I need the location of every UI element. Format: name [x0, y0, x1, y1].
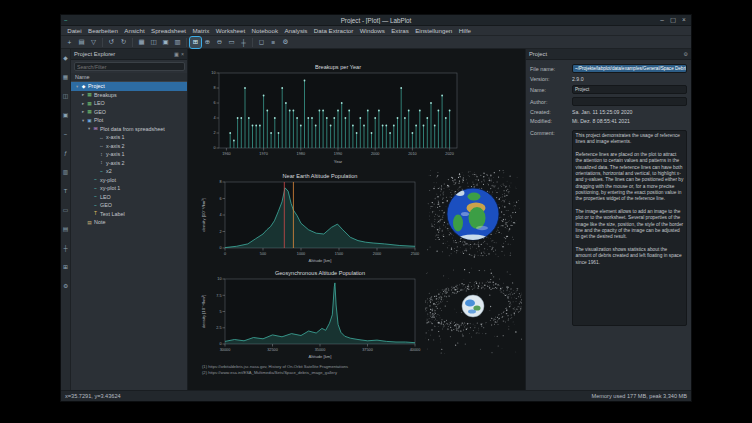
- tree-item-xy-plot-1[interactable]: ~xy-plot 1: [71, 184, 187, 193]
- tree-item-plot[interactable]: ▾▣Plot: [71, 116, 187, 125]
- menu-matrix[interactable]: Matrix: [189, 27, 212, 34]
- crosshair-icon[interactable]: ┼: [238, 37, 249, 48]
- tree-item-label: Breakups: [94, 92, 117, 98]
- field-label: Name:: [530, 87, 572, 93]
- spreadsheet-icon[interactable]: ▦: [63, 74, 68, 80]
- note-icon[interactable]: ▤: [63, 226, 68, 232]
- field-value-input[interactable]: ~/Projekte/labplot/data/examples/General…: [572, 64, 687, 73]
- settings-icon[interactable]: ⚙: [63, 283, 68, 289]
- menu-windows[interactable]: Windows: [357, 27, 388, 34]
- menu-extras[interactable]: Extras: [388, 27, 412, 34]
- left-tool-strip: ◆▦◫▣~ƒ▥T▭▤┼⊞⚙: [61, 49, 71, 390]
- new-matrix-icon[interactable]: ◫: [148, 37, 159, 48]
- search-input[interactable]: [74, 62, 185, 71]
- credits-text-label[interactable]: (1) https://orbitaldebris.jsc.nasa.gov, …: [202, 364, 348, 376]
- tree-item-leo[interactable]: ▸▦LEO: [71, 99, 187, 108]
- minimize-icon[interactable]: –: [658, 15, 666, 25]
- chart-geosynchronous-altitude-population[interactable]: 300003250035000375004000002.557.510Geosy…: [198, 266, 422, 360]
- new-worksheet-icon[interactable]: ▣: [160, 37, 171, 48]
- menu-analysis[interactable]: Analysis: [281, 27, 310, 34]
- zoom-out-icon[interactable]: ⊖: [214, 37, 225, 48]
- menu-spreadsheet[interactable]: Spreadsheet: [148, 27, 189, 34]
- settings-icon[interactable]: ⚙: [683, 51, 688, 57]
- tree-item-x2[interactable]: ~x2: [71, 167, 187, 176]
- title-bar[interactable]: ~ Project - [Plot] — LabPlot –▢×: [61, 15, 691, 26]
- menu-einstellungen[interactable]: Einstellungen: [412, 27, 456, 34]
- window-controls: –▢×: [658, 15, 688, 25]
- xy-curve-icon[interactable]: ~: [64, 131, 67, 137]
- tree-item-label: Project: [88, 83, 105, 89]
- new-plot-icon[interactable]: ⊞: [190, 37, 201, 48]
- earth-debris-geo-image[interactable]: [425, 266, 522, 354]
- y-axis-icon: ↕: [98, 152, 105, 157]
- svg-text:6: 6: [213, 101, 215, 105]
- field-value: Mi. Dez. 8 08:55:41 2021: [572, 118, 687, 124]
- new-project-icon[interactable]: +: [64, 37, 75, 48]
- histogram-icon[interactable]: ▥: [63, 169, 68, 175]
- tree-item-geo[interactable]: ~GEO: [71, 201, 187, 210]
- earth-debris-leo-image[interactable]: [427, 170, 520, 258]
- float-panel-icon[interactable]: ▣: [174, 51, 179, 57]
- menu-data-extractor[interactable]: Data Extractor: [311, 27, 357, 34]
- tree-item-xy-plot[interactable]: ~xy-plot: [71, 176, 187, 185]
- tree-item-plot-data-from-spreadsheet[interactable]: ▾⊞Plot data from spreadsheet: [71, 125, 187, 134]
- svg-text:Geosynchronous Altitude Popula: Geosynchronous Altitude Population: [275, 270, 365, 276]
- image-icon[interactable]: ▭: [63, 207, 68, 213]
- menu-notebook[interactable]: Notebook: [248, 27, 281, 34]
- tree-item-x-axis-1[interactable]: ↔x-axis 1: [71, 133, 187, 142]
- tree-item-label: x2: [106, 168, 112, 174]
- chart-breakups-per-year[interactable]: 19601970198019902000201020200246810Break…: [202, 59, 464, 165]
- worksheet-view[interactable]: 19601970198019902000201020200246810Break…: [188, 49, 527, 390]
- menu-hilfe[interactable]: Hilfe: [456, 27, 475, 34]
- select-region-icon[interactable]: ◻: [256, 37, 267, 48]
- close-icon[interactable]: ×: [680, 15, 688, 25]
- toolbar-separator: [102, 38, 103, 47]
- open-project-icon[interactable]: ▤: [76, 37, 87, 48]
- project-explorer-header[interactable]: Project Explorer ▣×: [71, 49, 187, 60]
- tree-item-breakups[interactable]: ▸▦Breakups: [71, 91, 187, 100]
- new-notebook-icon[interactable]: ▥: [172, 37, 183, 48]
- project-explorer-title: Project Explorer: [74, 51, 115, 57]
- properties-header[interactable]: Project ⚙: [526, 49, 691, 60]
- tree-item-geo[interactable]: ▸▦GEO: [71, 108, 187, 117]
- tree-item-project[interactable]: ▾◆Project: [71, 82, 187, 91]
- save-project-icon[interactable]: ▽: [88, 37, 99, 48]
- project-explorer-header-icons: ▣×: [172, 51, 184, 57]
- undo-icon[interactable]: ↺: [106, 37, 117, 48]
- settings-icon[interactable]: ⚙: [280, 37, 291, 48]
- menu-ansicht[interactable]: Ansicht: [121, 27, 148, 34]
- svg-text:2: 2: [213, 131, 215, 135]
- tree-item-y-axis-1[interactable]: ↕y-axis 1: [71, 150, 187, 159]
- chart-near-earth-altitude-population[interactable]: 0500100015002000250002468Near Earth Alti…: [198, 169, 422, 264]
- tree-item-note[interactable]: ▤Note: [71, 218, 187, 227]
- close-panel-icon[interactable]: ×: [181, 51, 184, 57]
- field-value-input[interactable]: Project: [572, 85, 687, 94]
- worksheet-icon[interactable]: ▣: [63, 112, 68, 118]
- tree-item-y-axis-2[interactable]: ↕y-axis 2: [71, 159, 187, 168]
- comment-textarea[interactable]: This project demonstrates the usage of r…: [572, 130, 687, 326]
- workbook-icon[interactable]: ⊞: [63, 264, 68, 270]
- x-axis-icon: ↔: [98, 135, 105, 140]
- maximize-icon[interactable]: ▢: [669, 15, 677, 25]
- menu-datei[interactable]: Datei: [64, 27, 85, 34]
- matrix-icon[interactable]: ◫: [63, 93, 68, 99]
- tree-item-text-label[interactable]: TText Label: [71, 210, 187, 219]
- zoom-fit-icon[interactable]: ▭: [226, 37, 237, 48]
- menu-worksheet[interactable]: Worksheet: [213, 27, 249, 34]
- field-author: Author:: [530, 97, 687, 106]
- svg-text:6: 6: [219, 197, 221, 201]
- field-value-input[interactable]: [572, 97, 687, 106]
- text-label-icon[interactable]: T: [64, 188, 68, 194]
- list-view-icon[interactable]: ≡: [268, 37, 279, 48]
- spreadsheet-icon: ▦: [86, 101, 93, 106]
- equation-icon[interactable]: ƒ: [64, 150, 67, 156]
- menu-bearbeiten[interactable]: Bearbeiten: [85, 27, 121, 34]
- svg-text:Near Earth Altitude Population: Near Earth Altitude Population: [283, 173, 358, 179]
- tree-item-x-axis-2[interactable]: ↔x-axis 2: [71, 142, 187, 151]
- new-spreadsheet-icon[interactable]: ▦: [136, 37, 147, 48]
- tree-item-leo[interactable]: ~LEO: [71, 193, 187, 202]
- redo-icon[interactable]: ↻: [118, 37, 129, 48]
- project-explorer-icon[interactable]: ◆: [63, 55, 67, 61]
- zoom-in-icon[interactable]: ⊕: [202, 37, 213, 48]
- datapicker-icon[interactable]: ┼: [63, 245, 67, 251]
